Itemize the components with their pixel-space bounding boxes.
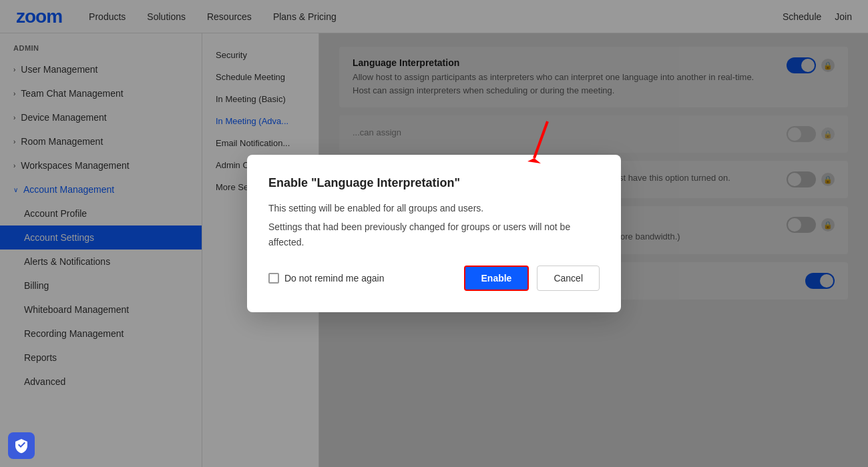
shield-icon [13, 438, 29, 454]
modal-overlay: Enable "Language Interpretation" This se… [0, 0, 868, 467]
modal-title: Enable "Language Interpretation" [268, 176, 600, 190]
do-not-remind-checkbox[interactable] [268, 273, 279, 284]
modal-body-line2: Settings that had been previously change… [268, 219, 600, 250]
svg-line-0 [534, 121, 548, 158]
modal-body-line1: This setting will be enabled for all gro… [268, 201, 600, 215]
modal-footer: Do not remind me again Enable Cancel [268, 266, 600, 291]
modal-body: This setting will be enabled for all gro… [268, 201, 600, 250]
shield-badge [8, 432, 35, 459]
red-arrow-indicator [501, 118, 561, 165]
modal-checkbox-area: Do not remind me again [268, 273, 384, 284]
do-not-remind-label: Do not remind me again [284, 273, 384, 284]
cancel-button[interactable]: Cancel [537, 266, 600, 291]
enable-button[interactable]: Enable [464, 266, 529, 291]
modal-buttons: Enable Cancel [464, 266, 600, 291]
svg-marker-1 [527, 158, 541, 163]
modal: Enable "Language Interpretation" This se… [247, 155, 621, 312]
